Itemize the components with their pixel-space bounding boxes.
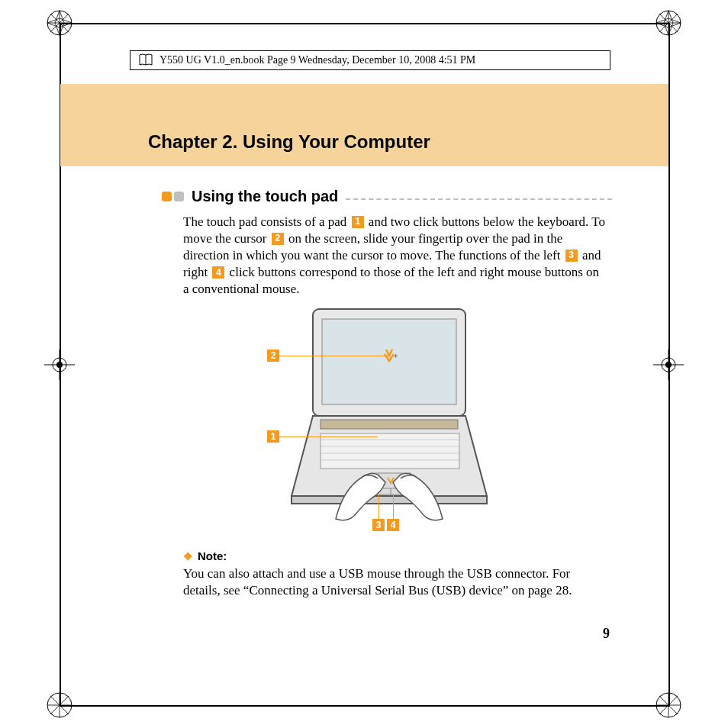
laptop-illustration: + 2 bbox=[183, 305, 607, 542]
note-label: Note: bbox=[198, 549, 227, 562]
svg-line-22 bbox=[656, 18, 668, 23]
leader-line bbox=[393, 494, 394, 519]
leader-line bbox=[279, 436, 378, 437]
svg-rect-48 bbox=[321, 420, 458, 429]
svg-point-39 bbox=[56, 362, 63, 368]
note-diamond-icon: ❖ bbox=[183, 550, 193, 562]
svg-rect-49 bbox=[321, 433, 459, 469]
registration-mark-icon bbox=[653, 690, 684, 720]
svg-line-5 bbox=[55, 11, 60, 23]
svg-line-20 bbox=[664, 23, 668, 35]
svg-text:+: + bbox=[394, 352, 398, 360]
svg-line-18 bbox=[664, 11, 668, 23]
figure-callout-1: 1 bbox=[267, 430, 279, 443]
note-text: You can also attach and use a USB mouse … bbox=[183, 565, 607, 599]
callout-4-icon: 4 bbox=[212, 266, 224, 279]
page-header: Y550 UG V1.0_en.book Page 9 Wednesday, D… bbox=[130, 50, 610, 70]
figure-callout-4: 4 bbox=[387, 519, 399, 531]
svg-line-24 bbox=[668, 18, 681, 23]
body-paragraph: The touch pad consists of a pad 1 and tw… bbox=[183, 214, 607, 298]
laptop-drawing: + bbox=[290, 305, 488, 527]
section-rule bbox=[346, 198, 612, 200]
svg-line-25 bbox=[668, 23, 681, 27]
figure-callout-3: 3 bbox=[372, 519, 385, 531]
svg-line-12 bbox=[60, 23, 72, 27]
section-title: Using the touch pad bbox=[192, 188, 338, 205]
crop-line-bottom bbox=[60, 705, 670, 707]
figure-callout-2: 2 bbox=[267, 350, 279, 362]
header-text: Y550 UG V1.0_en.book Page 9 Wednesday, D… bbox=[159, 54, 475, 66]
svg-line-7 bbox=[55, 23, 60, 35]
crop-line-top bbox=[60, 23, 670, 24]
leader-line bbox=[378, 494, 379, 519]
body-text: click buttons correspond to those of the… bbox=[183, 265, 599, 296]
svg-line-19 bbox=[668, 11, 673, 23]
leader-line bbox=[279, 356, 389, 356]
svg-line-8 bbox=[60, 23, 64, 35]
registration-mark-icon bbox=[44, 8, 75, 38]
registration-center-icon bbox=[653, 350, 684, 380]
svg-line-10 bbox=[47, 23, 60, 27]
body-text: The touch pad consists of a pad bbox=[183, 214, 350, 229]
book-icon bbox=[138, 53, 153, 68]
svg-line-9 bbox=[47, 18, 60, 23]
svg-line-6 bbox=[60, 11, 64, 23]
registration-center-icon bbox=[44, 350, 75, 380]
page-number: 9 bbox=[603, 626, 610, 642]
svg-line-21 bbox=[668, 23, 673, 35]
section-heading: Using the touch pad bbox=[162, 188, 612, 205]
callout-2-icon: 2 bbox=[272, 233, 284, 245]
svg-point-43 bbox=[665, 362, 672, 368]
section-bullet-icon bbox=[162, 192, 184, 201]
svg-line-11 bbox=[60, 18, 72, 23]
svg-line-23 bbox=[656, 23, 668, 27]
note-block: ❖ Note: You can also attach and use a US… bbox=[183, 549, 607, 599]
registration-mark-icon bbox=[44, 690, 75, 720]
callout-1-icon: 1 bbox=[352, 216, 364, 228]
chapter-title: Chapter 2. Using Your Computer bbox=[148, 131, 430, 153]
callout-3-icon: 3 bbox=[565, 250, 578, 262]
chapter-heading-bar: Chapter 2. Using Your Computer bbox=[60, 84, 668, 166]
note-heading: ❖ Note: bbox=[183, 549, 607, 562]
registration-mark-icon bbox=[653, 8, 684, 38]
